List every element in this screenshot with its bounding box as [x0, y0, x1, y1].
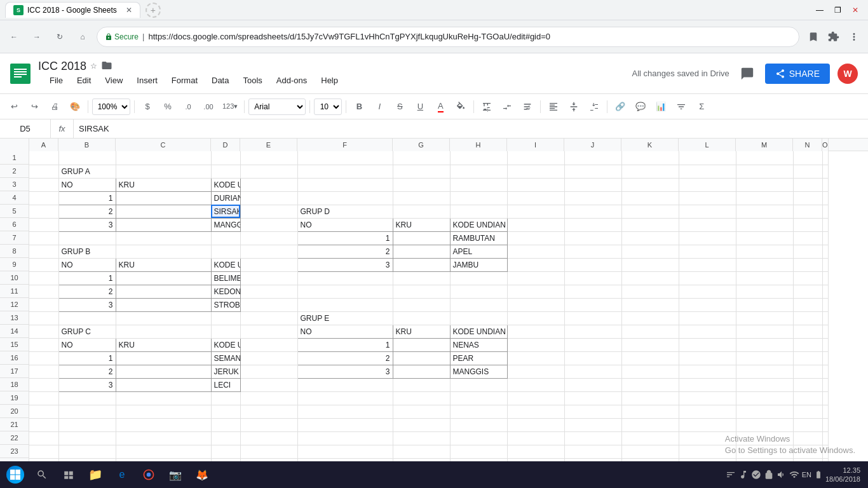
cell-B22[interactable]: [58, 431, 116, 445]
cell-E12[interactable]: [240, 298, 297, 311]
cell-O20[interactable]: [822, 405, 828, 418]
cell-D10[interactable]: BELIMBING: [211, 271, 240, 285]
cell-I3[interactable]: [507, 178, 564, 191]
cell-A22[interactable]: [29, 431, 58, 445]
cell-B6[interactable]: 3: [58, 218, 116, 231]
cell-H22[interactable]: [450, 431, 507, 445]
cell-D3[interactable]: KODE UNDIAN: [211, 178, 240, 191]
cell-N1[interactable]: [793, 151, 822, 165]
function-button[interactable]: Σ: [693, 98, 710, 116]
cell-F6[interactable]: NO: [297, 218, 393, 231]
horizontal-align-button[interactable]: [545, 98, 562, 116]
cell-F5[interactable]: GRUP D: [297, 205, 393, 218]
cell-I14[interactable]: [507, 325, 564, 338]
cell-L18[interactable]: [679, 378, 736, 391]
cell-A5[interactable]: [29, 205, 58, 218]
cell-I9[interactable]: [507, 258, 564, 271]
cell-G16[interactable]: [393, 351, 450, 365]
row-num-14[interactable]: 14: [0, 325, 29, 338]
cell-I8[interactable]: [507, 245, 564, 258]
cell-I17[interactable]: [507, 365, 564, 378]
cell-C2[interactable]: [116, 165, 211, 178]
cell-E21[interactable]: [240, 418, 297, 431]
cell-C13[interactable]: [116, 311, 211, 325]
row-num-18[interactable]: 18: [0, 378, 29, 391]
cell-N7[interactable]: [793, 231, 822, 245]
cell-M14[interactable]: [736, 325, 793, 338]
taskbar-search[interactable]: [29, 462, 55, 487]
cell-O7[interactable]: [822, 231, 828, 245]
cell-O11[interactable]: [822, 285, 828, 298]
menu-view[interactable]: View: [98, 73, 129, 88]
cell-J11[interactable]: [564, 285, 621, 298]
cell-A15[interactable]: [29, 338, 58, 351]
cell-I16[interactable]: [507, 351, 564, 365]
cell-G19[interactable]: [393, 391, 450, 405]
row-num-21[interactable]: 21: [0, 418, 29, 431]
cell-D2[interactable]: [211, 165, 240, 178]
italic-button[interactable]: I: [370, 98, 388, 116]
browser-tab[interactable]: S ICC 2018 - Google Sheets ✕: [5, 2, 140, 18]
minimize-button[interactable]: —: [812, 3, 827, 18]
cell-N3[interactable]: [793, 178, 822, 191]
cell-L1[interactable]: [679, 151, 736, 165]
formula-content[interactable]: SIRSAK: [74, 119, 868, 138]
cell-M7[interactable]: [736, 231, 793, 245]
cell-A8[interactable]: [29, 245, 58, 258]
cell-C11[interactable]: [116, 285, 211, 298]
cell-D22[interactable]: [211, 431, 240, 445]
cell-E10[interactable]: [240, 271, 297, 285]
menu-insert[interactable]: Insert: [130, 73, 164, 88]
cell-D19[interactable]: [211, 391, 240, 405]
font-family-select[interactable]: Arial: [248, 98, 306, 115]
star-icon[interactable]: ☆: [90, 62, 97, 71]
cell-O9[interactable]: [822, 258, 828, 271]
cell-H23[interactable]: [450, 445, 507, 458]
cell-F1[interactable]: [297, 151, 393, 165]
cell-C16[interactable]: [116, 351, 211, 365]
cell-E1[interactable]: [240, 151, 297, 165]
cell-J10[interactable]: [564, 271, 621, 285]
cell-L17[interactable]: [679, 365, 736, 378]
cell-I15[interactable]: [507, 338, 564, 351]
cell-E9[interactable]: [240, 258, 297, 271]
cell-N13[interactable]: [793, 311, 822, 325]
cell-D1[interactable]: [211, 151, 240, 165]
menu-tools[interactable]: Tools: [236, 73, 268, 88]
cell-J1[interactable]: [564, 151, 621, 165]
cell-E19[interactable]: [240, 391, 297, 405]
font-size-select[interactable]: 10: [314, 98, 342, 115]
cell-B11[interactable]: 2: [58, 285, 116, 298]
insert-comment-button[interactable]: 💬: [632, 98, 649, 116]
cell-F23[interactable]: [297, 445, 393, 458]
cell-G10[interactable]: [393, 271, 450, 285]
home-button[interactable]: ⌂: [74, 28, 92, 46]
bookmark-button[interactable]: [804, 28, 822, 46]
cell-H7[interactable]: RAMBUTAN: [450, 231, 507, 245]
col-header-N[interactable]: N: [793, 139, 822, 151]
cell-N11[interactable]: [793, 285, 822, 298]
col-header-D[interactable]: D: [211, 139, 240, 151]
row-num-9[interactable]: 9: [0, 258, 29, 271]
cell-A3[interactable]: [29, 178, 58, 191]
cell-L14[interactable]: [679, 325, 736, 338]
cell-F7[interactable]: 1: [297, 231, 393, 245]
cell-E18[interactable]: [240, 378, 297, 391]
cell-J9[interactable]: [564, 258, 621, 271]
taskbar-chrome[interactable]: [136, 462, 161, 487]
cell-J8[interactable]: [564, 245, 621, 258]
cell-L5[interactable]: [679, 205, 736, 218]
extensions-button[interactable]: [825, 28, 843, 46]
col-header-E[interactable]: E: [240, 139, 297, 151]
cell-D5[interactable]: SIRSAK: [211, 205, 240, 218]
cell-K6[interactable]: [621, 218, 679, 231]
underline-button[interactable]: U: [411, 98, 429, 116]
cell-G15[interactable]: [393, 338, 450, 351]
cell-C15[interactable]: KRU: [116, 338, 211, 351]
cell-K5[interactable]: [621, 205, 679, 218]
cell-L10[interactable]: [679, 271, 736, 285]
cell-C1[interactable]: [116, 151, 211, 165]
cell-F16[interactable]: 2: [297, 351, 393, 365]
col-header-A[interactable]: A: [29, 139, 58, 151]
cell-K15[interactable]: [621, 338, 679, 351]
